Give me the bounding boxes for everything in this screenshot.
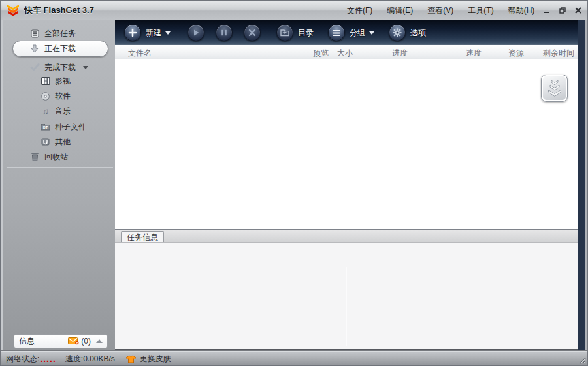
menu-bar: 文件(F) 编辑(E) 查看(V) 工具(T) 帮助(H) [347,1,534,20]
network-signal-dots: ..... [40,356,56,361]
sidebar-item-label: 软件 [55,91,71,102]
sidebar-item-other[interactable]: 其他 [41,135,71,148]
app-window: 快车 FlashGet 3.7 文件(F) 编辑(E) 查看(V) 工具(T) … [0,0,588,366]
main-area: 新建 目录 分组 [115,20,578,350]
column-preview[interactable]: 预览 [313,48,329,59]
column-size[interactable]: 大小 [337,48,353,59]
pause-icon [220,29,228,37]
window-right-frame [578,20,588,350]
task-info-panel [115,242,578,349]
menu-item-file[interactable]: 文件(F) [347,5,372,16]
sidebar-item-label: 全部任务 [44,28,76,39]
task-list-empty-area [115,60,578,229]
maximize-icon [559,7,566,14]
menu-item-help[interactable]: 帮助(H) [508,5,535,16]
info-label: 信息 [19,336,35,347]
mail-count: (0) [81,337,91,346]
title-bar: 快车 FlashGet 3.7 文件(F) 编辑(E) 查看(V) 工具(T) … [1,1,588,20]
toolbar: 新建 目录 分组 [115,20,578,45]
play-icon [192,29,200,37]
new-task-button[interactable]: 新建 [124,24,171,41]
sidebar-item-label: 完成下载 [44,62,76,73]
software-disc-icon [41,92,50,101]
change-skin-label: 更换皮肤 [140,354,171,365]
sidebar-item-recycle-bin[interactable]: 回收站 [30,150,68,163]
options-button[interactable]: 选项 [389,24,426,41]
start-button[interactable] [188,24,204,41]
sidebar-item-label: 回收站 [44,152,68,163]
sidebar-divider [7,167,113,167]
chevron-down-icon [369,31,374,35]
column-filename[interactable]: 文件名 [128,48,152,59]
pause-button[interactable] [216,24,233,41]
sidebar-item-torrents[interactable]: BT 种子文件 [41,120,86,133]
list-column-header: 文件名 预览 大小 进度 速度 资源 剩余时间 [115,45,578,59]
status-bar: 网络状态: ..... 速度:0.00KB/s 更换皮肤 [1,350,588,366]
maximize-button[interactable] [559,7,566,14]
x-icon [248,29,256,37]
sidebar-item-label: 影视 [55,76,71,87]
change-skin-button[interactable]: 更换皮肤 [125,354,171,365]
sidebar-item-software[interactable]: 软件 [41,90,71,103]
gear-icon [389,24,406,41]
directory-button[interactable]: 目录 [276,24,314,41]
minimize-icon [544,7,550,14]
list-lines-icon [328,24,345,41]
group-button[interactable]: 分组 [328,24,374,41]
music-note-icon: ♫ [41,107,50,116]
download-arrow-icon [29,44,39,54]
sidebar-item-label: 音乐 [55,106,71,117]
close-icon [575,7,581,14]
collapse-up-icon [96,339,103,343]
chevron-down-icon [165,31,171,35]
minimize-button[interactable] [543,7,551,14]
tab-task-info[interactable]: 任务信息 [121,231,164,243]
delete-task-button[interactable] [244,24,261,41]
sidebar-item-music[interactable]: ♫ 音乐 [41,105,71,118]
network-status-label: 网络状态: [6,354,39,365]
sidebar-item-all-tasks[interactable]: 全部任务 [30,27,76,40]
column-resources[interactable]: 资源 [508,48,524,59]
task-list-icon [30,29,40,39]
download-drop-button[interactable] [541,75,568,102]
triple-down-chevron-icon [546,79,563,97]
book-icon [41,137,50,147]
bottom-tab-bar: 任务信息 [115,229,578,242]
menu-item-edit[interactable]: 编辑(E) [387,5,413,16]
tshirt-icon [125,355,137,363]
bt-folder-icon: BT [41,122,50,132]
resize-grip[interactable] [578,356,586,364]
window-title: 快车 FlashGet 3.7 [24,5,94,16]
sidebar-item-label: 种子文件 [55,122,86,133]
sidebar-item-movies[interactable]: 影视 [41,75,71,88]
close-button[interactable] [574,7,582,14]
speed-status: 速度:0.00KB/s [65,354,115,365]
svg-text:BT: BT [43,125,48,129]
network-status: 网络状态: ..... [6,354,56,365]
sidebar-item-completed[interactable]: 完成下载 [30,61,88,74]
panel-divider [346,267,346,346]
sidebar-item-downloading[interactable]: 正在下载 [12,41,108,57]
column-progress[interactable]: 进度 [392,48,408,59]
mail-icon [68,337,79,345]
menu-item-view[interactable]: 查看(V) [427,5,453,16]
check-icon [30,63,40,73]
column-time-left[interactable]: 剩余时间 [543,48,574,59]
trash-icon [30,152,40,162]
menu-item-tools[interactable]: 工具(T) [468,5,493,16]
column-speed[interactable]: 速度 [466,48,482,59]
plus-icon [124,24,141,41]
folder-icon [276,24,293,41]
sidebar: 全部任务 正在下载 完成下载 影视 软件 [1,20,115,350]
window-controls [543,1,582,20]
info-panel-toggle[interactable]: 信息 (0) [14,334,108,348]
flashget-fox-icon [6,4,20,17]
sidebar-item-label: 其他 [55,137,71,148]
chevron-down-icon[interactable] [83,66,88,69]
film-icon [41,76,50,86]
sidebar-item-label: 正在下载 [44,43,76,54]
